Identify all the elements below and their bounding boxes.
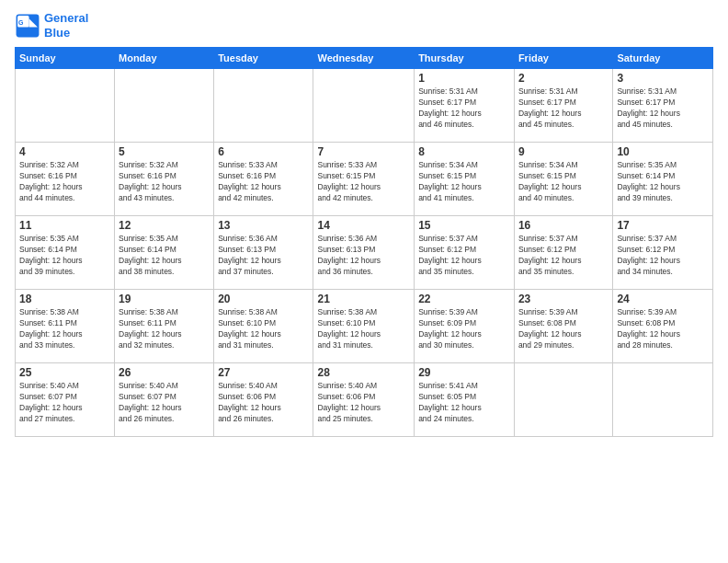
calendar-cell xyxy=(16,69,115,143)
calendar-cell: 11Sunrise: 5:35 AMSunset: 6:14 PMDayligh… xyxy=(16,216,115,290)
day-info: Sunrise: 5:33 AMSunset: 6:16 PMDaylight:… xyxy=(218,160,309,204)
day-number: 23 xyxy=(518,293,609,305)
calendar-cell: 21Sunrise: 5:38 AMSunset: 6:10 PMDayligh… xyxy=(313,290,415,363)
day-info: Sunrise: 5:37 AMSunset: 6:12 PMDaylight:… xyxy=(617,234,709,278)
day-number: 3 xyxy=(617,72,709,85)
day-number: 26 xyxy=(119,366,210,379)
day-number: 6 xyxy=(218,145,309,158)
calendar-cell: 20Sunrise: 5:38 AMSunset: 6:10 PMDayligh… xyxy=(214,290,313,363)
logo: G General Blue xyxy=(15,11,88,40)
calendar-week-1: 1Sunrise: 5:31 AMSunset: 6:17 PMDaylight… xyxy=(16,69,713,143)
calendar-header-wednesday: Wednesday xyxy=(313,48,415,69)
calendar-cell xyxy=(214,69,313,143)
calendar-cell: 29Sunrise: 5:41 AMSunset: 6:05 PMDayligh… xyxy=(415,363,515,437)
day-info: Sunrise: 5:35 AMSunset: 6:14 PMDaylight:… xyxy=(119,234,210,278)
day-info: Sunrise: 5:31 AMSunset: 6:17 PMDaylight:… xyxy=(418,86,510,131)
calendar-header-row: SundayMondayTuesdayWednesdayThursdayFrid… xyxy=(16,48,713,69)
calendar-week-4: 18Sunrise: 5:38 AMSunset: 6:11 PMDayligh… xyxy=(16,290,713,363)
day-info: Sunrise: 5:37 AMSunset: 6:12 PMDaylight:… xyxy=(518,234,609,278)
calendar-cell xyxy=(115,69,214,143)
calendar-cell: 25Sunrise: 5:40 AMSunset: 6:07 PMDayligh… xyxy=(16,363,115,437)
calendar-cell: 12Sunrise: 5:35 AMSunset: 6:14 PMDayligh… xyxy=(115,216,214,290)
day-info: Sunrise: 5:36 AMSunset: 6:13 PMDaylight:… xyxy=(218,234,309,278)
calendar-header-tuesday: Tuesday xyxy=(214,48,313,69)
calendar-cell: 5Sunrise: 5:32 AMSunset: 6:16 PMDaylight… xyxy=(115,143,214,216)
day-number: 4 xyxy=(19,145,110,158)
day-info: Sunrise: 5:33 AMSunset: 6:15 PMDaylight:… xyxy=(317,160,410,204)
svg-text:G: G xyxy=(18,19,24,26)
day-number: 17 xyxy=(617,219,709,232)
day-number: 13 xyxy=(218,219,309,232)
day-number: 1 xyxy=(418,72,510,85)
day-number: 25 xyxy=(19,366,110,379)
calendar-cell: 28Sunrise: 5:40 AMSunset: 6:06 PMDayligh… xyxy=(313,363,415,437)
day-info: Sunrise: 5:40 AMSunset: 6:06 PMDaylight:… xyxy=(218,381,309,425)
calendar-table: SundayMondayTuesdayWednesdayThursdayFrid… xyxy=(15,47,713,437)
day-info: Sunrise: 5:39 AMSunset: 6:09 PMDaylight:… xyxy=(418,307,510,351)
calendar-cell: 6Sunrise: 5:33 AMSunset: 6:16 PMDaylight… xyxy=(214,143,313,216)
day-number: 20 xyxy=(218,293,309,305)
calendar-cell: 24Sunrise: 5:39 AMSunset: 6:08 PMDayligh… xyxy=(613,290,713,363)
day-number: 7 xyxy=(317,145,410,158)
day-number: 12 xyxy=(119,219,210,232)
calendar-cell: 19Sunrise: 5:38 AMSunset: 6:11 PMDayligh… xyxy=(115,290,214,363)
calendar-cell xyxy=(313,69,415,143)
day-info: Sunrise: 5:38 AMSunset: 6:11 PMDaylight:… xyxy=(119,307,210,351)
day-number: 19 xyxy=(119,293,210,305)
calendar-cell: 10Sunrise: 5:35 AMSunset: 6:14 PMDayligh… xyxy=(613,143,713,216)
day-info: Sunrise: 5:39 AMSunset: 6:08 PMDaylight:… xyxy=(518,307,609,351)
calendar-cell: 14Sunrise: 5:36 AMSunset: 6:13 PMDayligh… xyxy=(313,216,415,290)
day-info: Sunrise: 5:40 AMSunset: 6:07 PMDaylight:… xyxy=(119,381,210,425)
day-number: 22 xyxy=(418,293,510,305)
day-number: 15 xyxy=(418,219,510,232)
day-number: 28 xyxy=(317,366,410,379)
calendar-header-monday: Monday xyxy=(115,48,214,69)
calendar-cell: 3Sunrise: 5:31 AMSunset: 6:17 PMDaylight… xyxy=(613,69,713,143)
day-info: Sunrise: 5:37 AMSunset: 6:12 PMDaylight:… xyxy=(418,234,510,278)
day-info: Sunrise: 5:38 AMSunset: 6:10 PMDaylight:… xyxy=(317,307,410,351)
calendar-cell: 1Sunrise: 5:31 AMSunset: 6:17 PMDaylight… xyxy=(415,69,515,143)
day-number: 14 xyxy=(317,219,410,232)
calendar-cell xyxy=(514,363,612,437)
day-number: 16 xyxy=(518,219,609,232)
calendar-cell: 17Sunrise: 5:37 AMSunset: 6:12 PMDayligh… xyxy=(613,216,713,290)
calendar-week-2: 4Sunrise: 5:32 AMSunset: 6:16 PMDaylight… xyxy=(16,143,713,216)
calendar-header-saturday: Saturday xyxy=(613,48,713,69)
calendar-cell: 8Sunrise: 5:34 AMSunset: 6:15 PMDaylight… xyxy=(415,143,515,216)
day-number: 27 xyxy=(218,366,309,379)
day-number: 21 xyxy=(317,293,410,305)
page: G General Blue SundayMondayTuesdayWednes… xyxy=(0,0,728,563)
day-number: 5 xyxy=(119,145,210,158)
logo-icon: G xyxy=(15,13,40,39)
day-info: Sunrise: 5:32 AMSunset: 6:16 PMDaylight:… xyxy=(19,160,110,204)
header: G General Blue xyxy=(15,11,713,40)
day-info: Sunrise: 5:31 AMSunset: 6:17 PMDaylight:… xyxy=(518,86,609,131)
day-number: 2 xyxy=(518,72,609,85)
calendar-cell: 7Sunrise: 5:33 AMSunset: 6:15 PMDaylight… xyxy=(313,143,415,216)
day-info: Sunrise: 5:31 AMSunset: 6:17 PMDaylight:… xyxy=(617,86,709,131)
day-info: Sunrise: 5:34 AMSunset: 6:15 PMDaylight:… xyxy=(518,160,609,204)
calendar-header-thursday: Thursday xyxy=(415,48,515,69)
day-info: Sunrise: 5:40 AMSunset: 6:07 PMDaylight:… xyxy=(19,381,110,425)
calendar-cell: 15Sunrise: 5:37 AMSunset: 6:12 PMDayligh… xyxy=(415,216,515,290)
day-number: 8 xyxy=(418,145,510,158)
day-info: Sunrise: 5:38 AMSunset: 6:10 PMDaylight:… xyxy=(218,307,309,351)
day-number: 10 xyxy=(617,145,709,158)
day-info: Sunrise: 5:38 AMSunset: 6:11 PMDaylight:… xyxy=(19,307,110,351)
calendar-cell: 23Sunrise: 5:39 AMSunset: 6:08 PMDayligh… xyxy=(514,290,612,363)
day-number: 29 xyxy=(418,366,510,379)
day-number: 11 xyxy=(19,219,110,232)
calendar-cell: 22Sunrise: 5:39 AMSunset: 6:09 PMDayligh… xyxy=(415,290,515,363)
calendar-week-5: 25Sunrise: 5:40 AMSunset: 6:07 PMDayligh… xyxy=(16,363,713,437)
logo-text: General Blue xyxy=(44,11,88,40)
day-info: Sunrise: 5:32 AMSunset: 6:16 PMDaylight:… xyxy=(119,160,210,204)
day-info: Sunrise: 5:39 AMSunset: 6:08 PMDaylight:… xyxy=(617,307,709,351)
day-info: Sunrise: 5:35 AMSunset: 6:14 PMDaylight:… xyxy=(19,234,110,278)
calendar-cell: 9Sunrise: 5:34 AMSunset: 6:15 PMDaylight… xyxy=(514,143,612,216)
calendar-cell: 26Sunrise: 5:40 AMSunset: 6:07 PMDayligh… xyxy=(115,363,214,437)
calendar-cell: 27Sunrise: 5:40 AMSunset: 6:06 PMDayligh… xyxy=(214,363,313,437)
calendar-header-friday: Friday xyxy=(514,48,612,69)
day-number: 24 xyxy=(617,293,709,305)
day-info: Sunrise: 5:35 AMSunset: 6:14 PMDaylight:… xyxy=(617,160,709,204)
calendar-cell: 18Sunrise: 5:38 AMSunset: 6:11 PMDayligh… xyxy=(16,290,115,363)
